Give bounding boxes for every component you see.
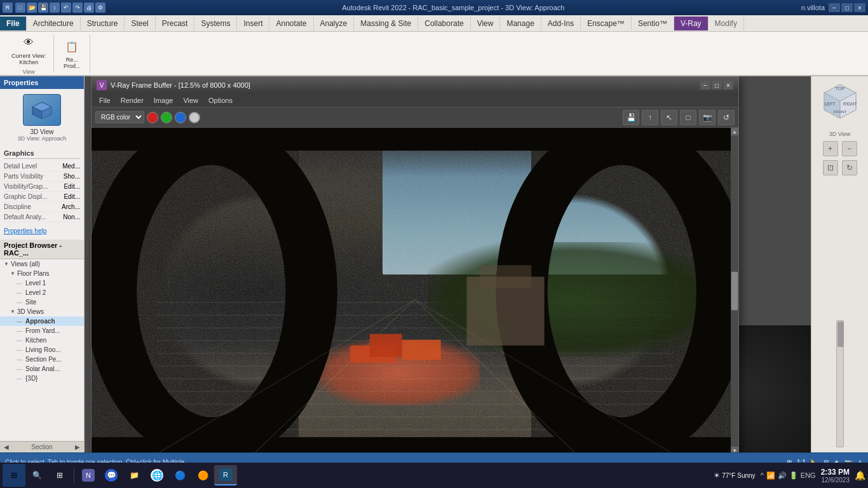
parts-visibility-value[interactable]: Sho... — [64, 173, 80, 180]
nav-zoom-out-btn[interactable]: − — [842, 141, 857, 156]
tab-manage[interactable]: Manage — [500, 17, 541, 30]
pb-3d-default[interactable]: — {3D} — [0, 374, 84, 383]
tab-vray[interactable]: V-Ray — [674, 17, 709, 30]
color-mode-select[interactable]: RGB color Alpha Grayscale — [95, 111, 144, 123]
tab-insert[interactable]: Insert — [237, 17, 269, 30]
tab-file[interactable]: File — [0, 17, 27, 30]
undo-icon[interactable]: ↶ — [61, 3, 71, 13]
red-dot[interactable] — [147, 112, 158, 123]
notification-btn[interactable]: 🔔 — [855, 470, 865, 480]
vfb-minimize-btn[interactable]: − — [700, 81, 710, 90]
white-dot[interactable] — [189, 112, 200, 123]
detail-level-value[interactable]: Med... — [62, 163, 80, 170]
vfb-upload-btn[interactable]: ↑ — [642, 110, 658, 125]
tab-enscape[interactable]: Enscape™ — [581, 17, 632, 30]
pb-approach[interactable]: — Approach — [0, 316, 84, 326]
scroll-left-btn[interactable]: ◀ — [4, 444, 9, 451]
vfb-aspect-btn[interactable]: □ — [680, 110, 696, 125]
vfb-menu-render[interactable]: Render — [116, 95, 149, 105]
pb-solar-anal[interactable]: — Solar Anal... — [0, 364, 84, 374]
tray-network[interactable]: 📶 — [766, 471, 775, 480]
start-button[interactable]: ⊞ — [3, 464, 25, 487]
vfb-canvas[interactable]: ▲ ▼ — [92, 128, 738, 452]
vfb-maximize-btn[interactable]: □ — [712, 81, 722, 90]
maximize-button[interactable]: □ — [841, 3, 853, 12]
pb-site[interactable]: — Site — [0, 297, 84, 307]
pb-section-pe[interactable]: — Section Pe... — [0, 355, 84, 364]
nav-fit-btn[interactable]: ⊡ — [823, 160, 838, 175]
visibility-graph-value[interactable]: Edit... — [64, 183, 80, 190]
scroll-thumb[interactable] — [731, 272, 738, 310]
nav-zoom-in-btn[interactable]: + — [823, 141, 838, 156]
properties-help-link[interactable]: Properties help — [0, 225, 84, 237]
taskbar-search[interactable]: 🔍 — [25, 465, 48, 485]
vfb-menu-view[interactable]: View — [178, 95, 203, 105]
tab-collaborate[interactable]: Collaborate — [418, 17, 470, 30]
pb-kitchen[interactable]: — Kitchen — [0, 336, 84, 345]
pb-living-room[interactable]: — Living Roo... — [0, 345, 84, 355]
scroll-thumb-right[interactable] — [837, 322, 844, 347]
tab-steel[interactable]: Steel — [125, 17, 155, 30]
nav-cube-svg[interactable]: TOP LEFT RIGHT FRONT — [818, 81, 862, 126]
vfb-cursor-btn[interactable]: ↖ — [661, 110, 677, 125]
green-dot[interactable] — [161, 112, 172, 123]
sync-icon[interactable]: ↕ — [50, 3, 60, 13]
taskbar-chat[interactable]: 💬 — [100, 465, 123, 485]
tab-sentio[interactable]: Sentio™ — [632, 17, 674, 30]
discipline-value[interactable]: Arch... — [62, 203, 80, 210]
redo-icon[interactable]: ↷ — [72, 3, 83, 13]
pb-views-all[interactable]: ▼ Views (all) — [0, 259, 84, 269]
pb-from-yard[interactable]: — From Yard... — [0, 326, 84, 336]
scroll-down-btn[interactable]: ▼ — [731, 447, 738, 452]
taskbar-revit[interactable]: R — [214, 465, 237, 485]
default-analy-value[interactable]: Non... — [63, 214, 80, 220]
tab-view[interactable]: View — [471, 17, 501, 30]
tab-architecture[interactable]: Architecture — [27, 17, 81, 30]
vfb-save-btn[interactable]: 💾 — [623, 110, 639, 125]
taskbar-chrome1[interactable]: 🌐 — [146, 465, 168, 485]
current-view-btn[interactable]: 👁 Current View:Kitchen — [9, 32, 48, 67]
properties-btn[interactable]: 📋 Re...Prod... — [59, 36, 85, 71]
tray-battery[interactable]: 🔋 — [789, 471, 798, 480]
tab-annotate[interactable]: Annotate — [269, 17, 313, 30]
pb-3d-views[interactable]: ▼ 3D Views — [0, 307, 84, 316]
taskbar-teams[interactable]: N — [77, 465, 100, 485]
revit-logo-icon[interactable]: R — [3, 3, 13, 13]
vfb-menu-image[interactable]: Image — [149, 95, 179, 105]
tray-caret[interactable]: ^ — [761, 471, 764, 479]
tab-structure[interactable]: Structure — [81, 17, 125, 30]
settings-icon[interactable]: ⚙ — [95, 3, 105, 13]
tab-systems[interactable]: Systems — [194, 17, 237, 30]
panel-tab-section[interactable]: Section — [9, 444, 75, 451]
pb-floor-plans[interactable]: ▼ Floor Plans — [0, 269, 84, 278]
scroll-up-btn[interactable]: ▲ — [731, 128, 738, 135]
nav-orbit-btn[interactable]: ↻ — [842, 160, 857, 175]
save-icon[interactable]: 💾 — [38, 3, 48, 13]
taskbar-chrome3[interactable]: 🟠 — [191, 465, 214, 485]
vfb-camera-btn[interactable]: 📷 — [699, 110, 715, 125]
tab-precast[interactable]: Precast — [156, 17, 195, 30]
tab-modify[interactable]: Modify — [709, 17, 744, 30]
print-icon[interactable]: 🖨 — [84, 3, 94, 13]
tray-keyboard[interactable]: ENG — [801, 471, 816, 479]
vfb-menu-file[interactable]: File — [94, 95, 116, 105]
taskbar-clock[interactable]: 2:33 PM 12/6/2023 — [821, 468, 850, 484]
blue-dot[interactable] — [175, 112, 186, 123]
graphic-disp-value[interactable]: Edit... — [64, 193, 80, 200]
pb-level-1[interactable]: — Level 1 — [0, 278, 84, 288]
vfb-menu-options[interactable]: Options — [203, 95, 238, 105]
taskbar-taskview[interactable]: ⊞ — [48, 465, 71, 485]
close-button[interactable]: × — [854, 3, 865, 12]
scroll-right-btn[interactable]: ▶ — [75, 444, 80, 451]
vfb-reset-btn[interactable]: ↺ — [718, 110, 735, 125]
minimize-button[interactable]: − — [829, 3, 840, 12]
taskbar-chrome2[interactable]: 🔵 — [168, 465, 191, 485]
tab-addins[interactable]: Add-Ins — [541, 17, 581, 30]
open-icon[interactable]: 📂 — [27, 3, 37, 13]
tray-sound[interactable]: 🔊 — [778, 471, 787, 480]
vfb-scrollbar-vertical[interactable]: ▲ ▼ — [731, 128, 738, 452]
pb-level-2[interactable]: — Level 2 — [0, 288, 84, 297]
3d-view-icon[interactable] — [23, 94, 61, 126]
tab-analyze[interactable]: Analyze — [314, 17, 355, 30]
new-icon[interactable]: □ — [15, 3, 25, 13]
